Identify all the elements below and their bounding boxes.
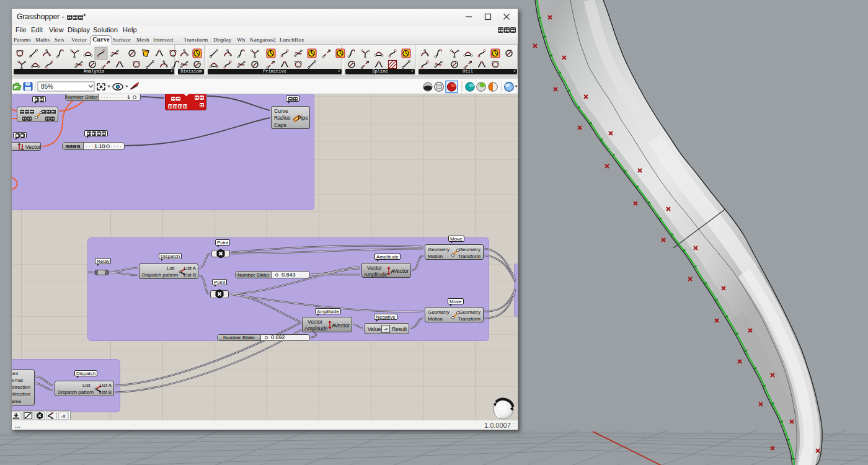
svg-text:-x: -x <box>61 413 66 419</box>
svg-text:85%: 85% <box>41 83 53 90</box>
